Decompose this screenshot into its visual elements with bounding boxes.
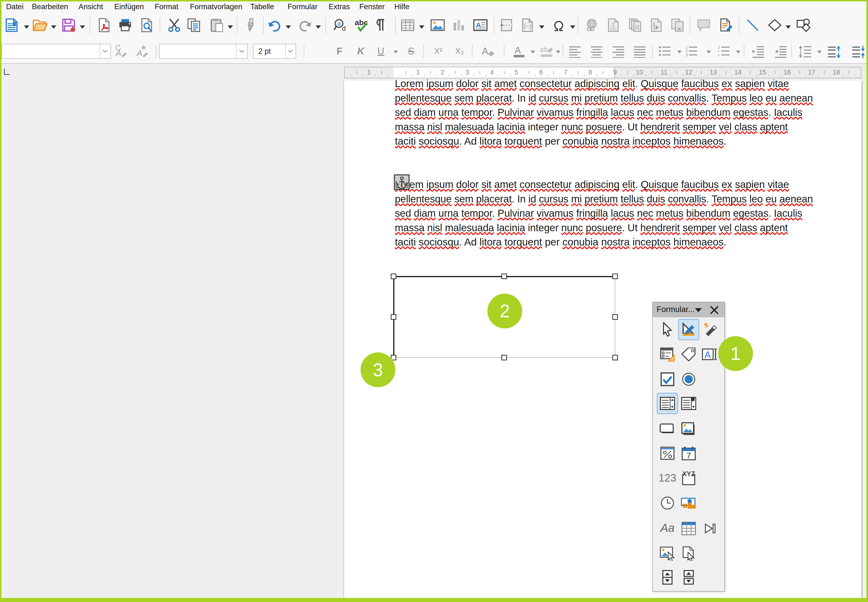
svg-text:a: a <box>337 20 341 27</box>
svg-text:3: 3 <box>686 53 688 57</box>
svg-text:•: • <box>718 53 720 57</box>
svg-text:d: d <box>342 25 346 32</box>
svg-text:A: A <box>115 48 121 58</box>
svg-text:1: 1 <box>686 45 688 49</box>
svg-text:1: 1 <box>718 45 720 49</box>
svg-text:A: A <box>704 350 711 360</box>
svg-text:A: A <box>136 48 142 58</box>
svg-text:2: 2 <box>686 49 688 53</box>
svg-text:•: • <box>718 49 720 53</box>
svg-text:1: 1 <box>612 21 615 28</box>
svg-text:A: A <box>476 21 481 29</box>
svg-text:ab: ab <box>540 46 548 54</box>
svg-text:(–): (–) <box>524 22 531 29</box>
svg-text:A: A <box>482 46 488 56</box>
svg-text:A: A <box>515 45 521 55</box>
svg-text:abc: abc <box>355 18 368 27</box>
svg-text:7: 7 <box>686 451 691 460</box>
svg-text:[i]: [i] <box>635 24 639 30</box>
